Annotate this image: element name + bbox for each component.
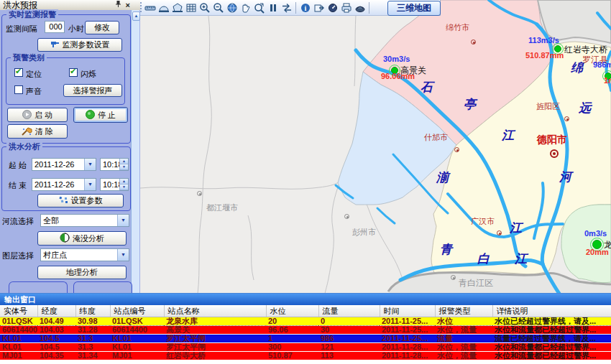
column-header[interactable]: 站点编号 bbox=[110, 305, 164, 317]
table-cell: 龙泉水库 bbox=[164, 317, 266, 326]
table-row[interactable]: 01LQSK104.4930.9801LQSK龙泉水库2002011-11-25… bbox=[0, 317, 611, 326]
table-row[interactable]: 60614400104.0331.2860614400高景关96.0630201… bbox=[0, 326, 611, 335]
overview-globe-icon[interactable] bbox=[225, 1, 239, 14]
set-params-button[interactable]: 设置参数 bbox=[37, 194, 124, 207]
table-cell: 水位和流量都已经超过警界... bbox=[492, 343, 611, 352]
table-row[interactable]: MJ01104.3531.34MJ01红岩寺大桥510.871132011-11… bbox=[0, 352, 611, 360]
table-cell: 水位 bbox=[435, 317, 492, 326]
table-cell: MJ01 bbox=[0, 352, 37, 360]
table-cell: 104.5 bbox=[37, 335, 75, 343]
station-rain-label: 96.06mm bbox=[381, 72, 415, 80]
flood-forecast-app: 绵竹市 什邡市 旌阳区 德阳市 广汉市 罗江县 都江堰市 彭州市 青白江区 石 … bbox=[0, 0, 611, 364]
spin-down-icon[interactable]: ▼ bbox=[119, 164, 128, 170]
measure-polygon-icon[interactable] bbox=[170, 1, 184, 14]
pause-icon[interactable] bbox=[266, 1, 280, 14]
info-icon[interactable]: i bbox=[298, 1, 312, 14]
layer-select-value: 村庄点 bbox=[43, 251, 67, 259]
column-header[interactable]: 实体号 bbox=[0, 305, 37, 317]
clear-button[interactable]: 清 除 bbox=[7, 124, 68, 139]
table-cell: KL01 bbox=[110, 343, 164, 352]
spin-up-icon[interactable]: ▲ bbox=[119, 179, 128, 185]
grid-icon[interactable] bbox=[184, 1, 198, 14]
monitor-params-button[interactable]: 监测参数设置 bbox=[37, 38, 122, 52]
panel-scrollbar[interactable]: ▲ bbox=[131, 10, 139, 294]
column-header[interactable]: 经度 bbox=[37, 305, 75, 317]
table-cell: 510.87 bbox=[266, 352, 318, 360]
map-3d-button[interactable]: 三维地图 bbox=[387, 1, 441, 16]
speed-gauge-icon[interactable] bbox=[326, 1, 339, 14]
map-label-river: 亭 bbox=[464, 96, 476, 113]
sound-checkbox[interactable] bbox=[14, 85, 23, 94]
table-row[interactable]: KL01104.531.3KL01罗江太平闸3001212011-11-28..… bbox=[0, 343, 611, 352]
interval-input[interactable]: 000 bbox=[45, 21, 65, 33]
geo-analysis-button[interactable]: 地理分析 bbox=[37, 266, 127, 279]
column-header[interactable]: 时间 bbox=[380, 305, 435, 317]
map-label-city: 旌阳区 bbox=[536, 101, 560, 112]
globe-icon bbox=[60, 233, 70, 244]
start-button[interactable]: 启 动 bbox=[7, 108, 68, 122]
choose-alarm-sound-button[interactable]: 选择警报声 bbox=[63, 84, 122, 97]
chevron-down-icon[interactable]: ▼ bbox=[117, 249, 129, 261]
spin-down-icon[interactable]: ▼ bbox=[119, 185, 128, 190]
table-cell: 流量 bbox=[435, 335, 492, 343]
modify-button[interactable]: 修改 bbox=[85, 21, 119, 34]
begin-date-combobox[interactable]: 2011-12-26 ▼ bbox=[32, 158, 96, 171]
pin-icon[interactable] bbox=[115, 0, 121, 10]
column-header[interactable]: 详情说明 bbox=[492, 305, 611, 317]
start-label: 启 动 bbox=[35, 110, 52, 121]
swap-view-icon[interactable] bbox=[280, 1, 293, 14]
zoom-out-icon[interactable] bbox=[211, 1, 225, 14]
spin-up-icon[interactable]: ▲ bbox=[119, 159, 128, 164]
chevron-down-icon[interactable]: ▼ bbox=[117, 215, 129, 226]
chevron-down-icon[interactable]: ▼ bbox=[84, 179, 96, 190]
table-cell: 流量已经超过警界线，请及... bbox=[492, 335, 611, 343]
map-label-city: 广汉市 bbox=[471, 216, 495, 227]
table-cell: 104.03 bbox=[37, 326, 75, 335]
column-header[interactable]: 水位 bbox=[266, 305, 318, 317]
export-icon[interactable] bbox=[312, 1, 326, 14]
submerge-analysis-button[interactable]: 淹没分析 bbox=[37, 231, 127, 246]
close-icon[interactable]: × bbox=[126, 0, 130, 10]
end-time-spinner[interactable]: 10:18 ▲▼ bbox=[100, 178, 129, 191]
layer-select-combobox[interactable]: 村庄点 ▼ bbox=[40, 248, 129, 261]
table-cell: 水位已经超过警界线，请及... bbox=[492, 317, 611, 326]
output-window-title: 输出窗口 bbox=[0, 294, 611, 305]
column-header[interactable]: 报警类型 bbox=[435, 305, 492, 317]
stop-label: 停 止 bbox=[98, 110, 116, 121]
end-date-combobox[interactable]: 2011-12-26 ▼ bbox=[32, 178, 96, 191]
monitor-params-label: 监测参数设置 bbox=[63, 39, 110, 50]
begin-time-spinner[interactable]: 10:18 ▲▼ bbox=[100, 158, 129, 171]
play-icon bbox=[22, 110, 32, 121]
map-canvas[interactable]: 绵竹市 什邡市 旌阳区 德阳市 广汉市 罗江县 都江堰市 彭州市 青白江区 石 … bbox=[140, 0, 611, 294]
table-cell: 红岩寺大桥 bbox=[164, 352, 266, 360]
position-checkbox[interactable] bbox=[14, 68, 23, 77]
map-label-river: 石 bbox=[421, 79, 433, 95]
chevron-down-icon[interactable]: ▼ bbox=[84, 159, 96, 170]
table-row[interactable]: KL01104.531.3KL01罗江太平闸19862011-11-25...流… bbox=[0, 335, 611, 343]
end-date-value: 2011-12-26 bbox=[35, 180, 74, 189]
city-marker bbox=[497, 230, 502, 235]
column-header[interactable]: 站点名称 bbox=[164, 305, 266, 317]
river-select-combobox[interactable]: 全部 ▼ bbox=[40, 214, 129, 227]
stop-button[interactable]: 停 止 bbox=[73, 107, 128, 123]
column-header[interactable]: 纬度 bbox=[75, 305, 110, 317]
station-flow-label: 986m3/s bbox=[593, 60, 611, 69]
scroll-up-icon[interactable]: ▲ bbox=[132, 11, 140, 21]
column-header[interactable]: 流量 bbox=[318, 305, 380, 317]
table-cell: 水位和流量都已经超过警界... bbox=[492, 326, 611, 335]
snapshot-icon[interactable] bbox=[353, 1, 367, 14]
pan-hand-icon[interactable] bbox=[239, 1, 252, 14]
measure-distance-icon[interactable] bbox=[143, 1, 157, 14]
zoom-in-icon[interactable] bbox=[198, 1, 211, 14]
measure-arc-icon[interactable] bbox=[157, 1, 170, 14]
panel-titlebar: 洪水预报 × bbox=[0, 0, 140, 10]
table-cell: KL01 bbox=[0, 335, 37, 343]
zoom-history-icon[interactable] bbox=[252, 1, 266, 14]
table-cell: 113 bbox=[318, 352, 380, 360]
table-cell: 水位，流量 bbox=[435, 326, 492, 335]
flash-checkbox[interactable] bbox=[69, 68, 78, 77]
table-cell: 104.49 bbox=[37, 317, 75, 326]
print-icon[interactable] bbox=[339, 1, 353, 14]
map-label-city: 都江堰市 bbox=[206, 202, 238, 213]
flash-label: 闪烁 bbox=[81, 69, 96, 80]
